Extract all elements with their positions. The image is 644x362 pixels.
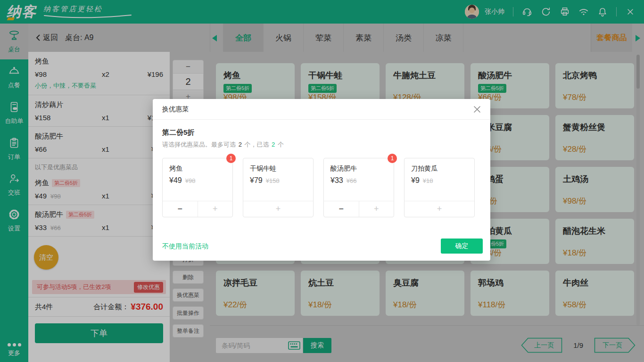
selected-count-badge: 1 (388, 154, 397, 163)
confirm-button[interactable]: 确定 (441, 239, 483, 254)
modal-header: 换优惠菜 (153, 99, 490, 120)
activity-name: 第二份5折 (162, 128, 194, 137)
promo-dish-card[interactable]: 干锅牛蛙 ¥79 ¥158 + (243, 158, 314, 217)
promo-dish-card[interactable]: 1 烤鱼 ¥49 ¥98 − + (162, 158, 233, 217)
card-plus-button[interactable]: + (405, 201, 474, 217)
pos-screen: 纳客 纳客管店更轻松 张小帅 (0, 0, 644, 362)
promo-dish-card[interactable]: 1 酸汤肥牛 ¥33 ¥66 − + (323, 158, 394, 217)
promo-dish-card[interactable]: 刀拍黄瓜 ¥9 ¥18 + (404, 158, 475, 217)
card-plus-button[interactable]: + (243, 201, 313, 217)
selection-hint: 请选择优惠菜品。最多可选 2 个，已选 2 个 (162, 140, 284, 149)
max-count: 2 (239, 141, 242, 148)
card-minus-button[interactable]: − (163, 201, 198, 217)
card-plus-button[interactable]: + (359, 201, 394, 217)
selected-count: 2 (272, 141, 275, 148)
selected-count-badge: 1 (226, 154, 236, 163)
swap-promo-dish-modal: 换优惠菜 第二份5折 请选择优惠菜品。最多可选 2 个，已选 2 个 1 烤鱼 … (153, 99, 490, 261)
card-minus-button[interactable]: − (324, 201, 359, 217)
modal-close-icon[interactable] (471, 104, 483, 115)
modal-title: 换优惠菜 (162, 105, 471, 114)
skip-activity-link[interactable]: 不使用当前活动 (162, 242, 208, 251)
card-plus-button[interactable]: + (198, 201, 233, 217)
